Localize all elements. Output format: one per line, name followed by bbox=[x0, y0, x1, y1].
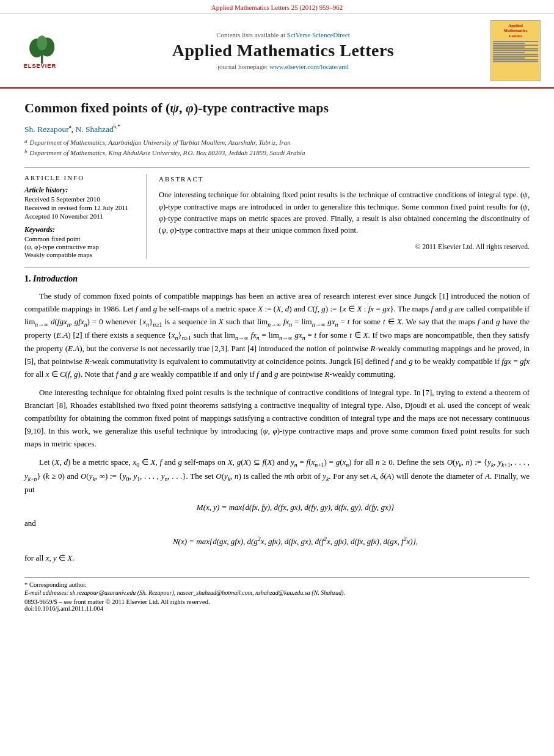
doi-line: doi:10.1016/j.aml.2011.11.004 bbox=[24, 605, 530, 612]
author-shahzad-sup: b,* bbox=[114, 123, 120, 129]
copyright-notice: © 2011 Elsevier Ltd. All rights reserved… bbox=[159, 242, 530, 253]
thumb-line-9 bbox=[493, 56, 538, 57]
section-divider bbox=[24, 267, 530, 268]
corresponding-note-text: * Corresponding author. bbox=[24, 581, 87, 588]
thumb-line-7 bbox=[493, 52, 525, 53]
and-word: and bbox=[24, 517, 530, 530]
journal-center-info: Contents lists available at SciVerse Sci… bbox=[84, 20, 482, 81]
keywords-section: Keywords: Common fixed point (ψ, φ)-type… bbox=[24, 226, 137, 258]
section-number: 1. bbox=[24, 274, 31, 283]
thumb-line-6 bbox=[493, 50, 538, 51]
affil-b: b Department of Mathematics, King AbdulA… bbox=[24, 148, 530, 158]
keyword-3: Weakly compatible maps bbox=[24, 251, 137, 258]
issn-text: 0893-9659/$ – see front matter © 2011 El… bbox=[24, 598, 210, 605]
abstract-text: One interesting technique for obtaining … bbox=[159, 189, 530, 237]
thumb-line-8 bbox=[493, 54, 538, 55]
thumb-line-11 bbox=[493, 59, 538, 60]
email-footnote-text: E-mail addresses: sh.rezapour@azaruniv.e… bbox=[24, 589, 345, 596]
introduction-section-title: 1. Introduction bbox=[24, 274, 530, 284]
homepage-line: journal homepage: www.elsevier.com/locat… bbox=[217, 63, 349, 70]
accepted-line: Accepted 10 November 2011 bbox=[24, 213, 137, 220]
thumbnail-lines bbox=[493, 40, 538, 63]
journal-thumbnail-area: AppliedMathematicsLetters bbox=[488, 20, 543, 81]
article-info-column: ARTICLE INFO Article history: Received 5… bbox=[24, 174, 147, 259]
doi-text: doi:10.1016/j.aml.2011.11.004 bbox=[24, 605, 103, 612]
email-footnote: E-mail addresses: sh.rezapour@azaruniv.e… bbox=[24, 589, 530, 596]
homepage-prefix: journal homepage: bbox=[217, 63, 269, 70]
n-formula-display: N(x) = max{d(gx, gfx), d(g2x, gfx), d(fx… bbox=[61, 536, 530, 547]
for-all-line: for all x, y ∈ X. bbox=[24, 552, 530, 565]
affil-a-sup: a bbox=[24, 137, 27, 148]
authors-line: Sh. Rezapoura, N. Shahzadb,* bbox=[24, 123, 530, 134]
elsevier-logo-icon: ELSEVIER bbox=[17, 32, 72, 69]
main-content: Common fixed points of (ψ, φ)-type contr… bbox=[0, 89, 554, 624]
journal-title: Applied Mathematics Letters bbox=[172, 41, 394, 60]
article-history-heading: Article history: bbox=[24, 186, 137, 194]
abstract-heading: ABSTRACT bbox=[159, 174, 530, 184]
thumb-line-5 bbox=[493, 48, 538, 49]
contents-prefix: Contents lists available at bbox=[216, 31, 286, 38]
thumb-line-1 bbox=[493, 41, 538, 42]
thumb-line-3 bbox=[493, 45, 538, 46]
affil-b-sup: b bbox=[24, 148, 27, 158]
article-info-abstract-section: ARTICLE INFO Article history: Received 5… bbox=[24, 167, 530, 259]
footnotes-section: * Corresponding author. E-mail addresses… bbox=[24, 577, 530, 612]
keywords-heading: Keywords: bbox=[24, 226, 137, 233]
thumb-line-10 bbox=[493, 57, 525, 59]
affil-a-text: Department of Mathematics, Azarbaidjan U… bbox=[30, 137, 291, 148]
m-formula-display: M(x, y) = max{d(fx, fy), d(fx, gx), d(fy… bbox=[61, 503, 530, 512]
author-rezapour-sup: a bbox=[69, 123, 71, 129]
keyword-2: (ψ, φ)-type contractive map bbox=[24, 243, 137, 250]
author-rezapour[interactable]: Sh. Rezapour bbox=[24, 124, 69, 133]
thumb-line-12 bbox=[493, 61, 538, 62]
homepage-link[interactable]: www.elsevier.com/locate/aml bbox=[269, 63, 349, 70]
svg-point-3 bbox=[37, 35, 47, 50]
page-wrapper: Applied Mathematics Letters 25 (2012) 95… bbox=[0, 0, 554, 624]
issn-legal-line: 0893-9659/$ – see front matter © 2011 El… bbox=[24, 598, 530, 605]
thumb-line-2 bbox=[493, 43, 525, 44]
thumb-line-4 bbox=[493, 46, 525, 48]
received-line: Received 5 September 2010 bbox=[24, 195, 137, 203]
corresponding-author-note: * Corresponding author. bbox=[24, 581, 530, 588]
journal-header: ELSEVIER Contents lists available at Sci… bbox=[0, 14, 554, 89]
abstract-column: ABSTRACT One interesting technique for o… bbox=[159, 174, 530, 259]
affil-a: a Department of Mathematics, Azarbaidjan… bbox=[24, 137, 530, 148]
contents-available-line: Contents lists available at SciVerse Sci… bbox=[216, 31, 349, 38]
affiliations: a Department of Mathematics, Azarbaidjan… bbox=[24, 137, 530, 158]
author-shahzad[interactable]: N. Shahzad bbox=[75, 124, 113, 133]
thumbnail-title: AppliedMathematicsLetters bbox=[504, 23, 528, 38]
journal-citation-bar: Applied Mathematics Letters 25 (2012) 95… bbox=[0, 0, 554, 14]
journal-thumbnail: AppliedMathematicsLetters bbox=[490, 20, 541, 81]
sciverse-link[interactable]: SciVerse ScienceDirect bbox=[287, 31, 350, 38]
citation-text: Applied Mathematics Letters 25 (2012) 95… bbox=[211, 4, 343, 11]
svg-text:ELSEVIER: ELSEVIER bbox=[24, 62, 56, 69]
article-info-heading: ARTICLE INFO bbox=[24, 174, 137, 181]
intro-paragraph-2: One interesting technique for obtaining … bbox=[24, 387, 530, 450]
received-revised-line: Received in revised form 12 July 2011 bbox=[24, 204, 137, 211]
keyword-1: Common fixed point bbox=[24, 235, 137, 242]
paper-title: Common fixed points of (ψ, φ)-type contr… bbox=[24, 100, 530, 117]
intro-paragraph-1: The study of common fixed points of comp… bbox=[24, 290, 530, 380]
publisher-logo-area: ELSEVIER bbox=[11, 20, 78, 81]
affil-b-text: Department of Mathematics, King AbdulAzi… bbox=[30, 148, 305, 158]
intro-paragraph-3: Let (X, d) be a metric space, x0 ∈ X, f … bbox=[24, 456, 530, 496]
